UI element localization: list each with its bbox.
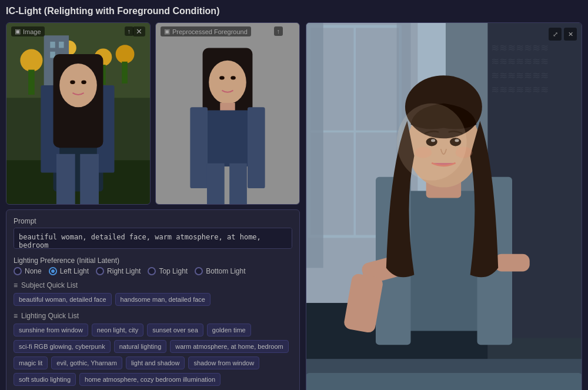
svg-point-2 [20, 49, 42, 72]
tag-golden-time[interactable]: golden time [207, 324, 251, 336]
tag-natural-lighting[interactable]: natural lighting [114, 340, 167, 353]
close-btn-1[interactable]: ✕ [133, 26, 145, 36]
prompt-input[interactable]: beautiful woman, detailed face, warm atm… [14, 228, 292, 249]
image-panel-2-label: ▣ Preprocessed Foreground [161, 26, 251, 36]
tag-sunset-over-sea[interactable]: sunset over sea [147, 324, 203, 336]
tag-home-atmosphere[interactable]: home atmosphere, cozy bedroom illuminati… [79, 373, 220, 386]
svg-point-67 [397, 104, 467, 181]
radio-circle-left [49, 267, 57, 275]
lighting-radio-group: None Left Light Right Light Top Lig [14, 267, 292, 275]
left-panel: ▣ Image ↑ ✕ [6, 22, 300, 390]
svg-rect-33 [248, 107, 265, 188]
tag-soft-studio[interactable]: soft studio lighting [14, 373, 76, 386]
lighting-tag-group: sunshine from window neon light, city su… [14, 324, 292, 386]
svg-rect-35 [229, 164, 247, 205]
radio-circle-none [14, 267, 22, 275]
svg-point-22 [59, 64, 97, 107]
radio-circle-top [148, 267, 156, 275]
lighting-preference-section: Lighting Preference (Initial Latent) Non… [14, 256, 292, 275]
subject-quick-list-header: ≡ Subject Quick List [14, 281, 292, 289]
svg-rect-18 [56, 154, 75, 205]
svg-point-29 [230, 76, 235, 79]
svg-rect-51 [306, 373, 582, 390]
svg-rect-42 [306, 23, 323, 268]
radio-right-light[interactable]: Right Light [96, 267, 141, 275]
lighting-quick-list-header: ≡ Lighting Quick List [14, 312, 292, 320]
upload-btn-1[interactable]: ↑ [125, 26, 134, 36]
svg-point-24 [81, 81, 86, 84]
radio-top-light[interactable]: Top Light [148, 267, 188, 275]
svg-rect-32 [190, 107, 208, 188]
list-icon-lighting: ≡ [14, 312, 18, 320]
expand-icon[interactable]: ⤢ [549, 28, 562, 41]
image-icon-2: ▣ [164, 28, 170, 35]
tag-warm-atmosphere[interactable]: warm atmosphere, at home, bedroom [170, 340, 288, 353]
radio-circle-right [96, 267, 104, 275]
svg-rect-34 [207, 164, 225, 205]
subject-quick-list-section: ≡ Subject Quick List beautiful woman, de… [14, 281, 292, 306]
svg-text:≋≋≋≋≋≋≋: ≋≋≋≋≋≋≋ [491, 42, 549, 54]
tag-beautiful-woman[interactable]: beautiful woman, detailed face [14, 293, 112, 306]
radio-bottom-light[interactable]: Bottom Light [195, 267, 245, 275]
tag-neon-light-city[interactable]: neon light, city [92, 324, 143, 336]
prompt-label: Prompt [14, 217, 292, 225]
svg-rect-57 [495, 254, 529, 272]
output-panel-icons: ⤢ ✕ [549, 28, 577, 41]
controls-panel: Prompt beautiful woman, detailed face, w… [6, 209, 300, 390]
tag-handsome-man[interactable]: handsome man, detailed face [115, 293, 211, 306]
radio-circle-bottom [195, 267, 203, 275]
main-layout: ▣ Image ↑ ✕ [6, 22, 582, 390]
image-panel-1: ▣ Image ↑ ✕ [6, 22, 151, 205]
prompt-section: Prompt beautiful woman, detailed face, w… [14, 217, 292, 251]
app-title: IC-Light (Relighting with Foreground Con… [6, 6, 582, 16]
svg-text:≋≋≋≋≋≋≋: ≋≋≋≋≋≋≋ [491, 70, 549, 81]
svg-rect-31 [206, 111, 249, 166]
lighting-quick-list-section: ≡ Lighting Quick List sunshine from wind… [14, 312, 292, 386]
close-icon-output[interactable]: ✕ [564, 28, 577, 41]
tag-shadow-window[interactable]: shadow from window [188, 356, 259, 369]
image-panel-2: ▣ Preprocessed Foreground ↑ [155, 22, 300, 205]
svg-rect-3 [28, 70, 35, 95]
svg-point-4 [116, 45, 135, 64]
svg-text:≋≋≋≋≋≋≋: ≋≋≋≋≋≋≋ [491, 56, 549, 67]
tag-evil-gothic[interactable]: evil, gothic, Yharnam [51, 356, 122, 369]
image-panel-1-label: ▣ Image [11, 26, 45, 36]
radio-left-light[interactable]: Left Light [49, 267, 89, 275]
output-image: ≋≋≋≋≋≋≋ ≋≋≋≋≋≋≋ ≋≋≋≋≋≋≋ ≋≋≋≋≋≋≋ [306, 23, 582, 390]
tag-scifi-rgb[interactable]: sci-fi RGB glowing, cyberpunk [14, 340, 111, 353]
svg-rect-11 [50, 42, 55, 48]
svg-point-28 [219, 76, 224, 79]
svg-point-23 [70, 81, 75, 84]
subject-tag-group: beautiful woman, detailed face handsome … [14, 293, 292, 306]
lighting-label: Lighting Preference (Initial Latent) [14, 256, 292, 265]
svg-text:≋≋≋≋≋≋≋: ≋≋≋≋≋≋≋ [491, 84, 549, 95]
svg-rect-19 [80, 154, 99, 205]
image-icon-1: ▣ [15, 28, 21, 35]
app-container: IC-Light (Relighting with Foreground Con… [0, 0, 588, 390]
tag-magic-lit[interactable]: magic lit [14, 356, 48, 369]
svg-rect-12 [59, 42, 64, 48]
image-row: ▣ Image ↑ ✕ [6, 22, 300, 205]
svg-rect-5 [122, 62, 128, 84]
right-panel: ⤢ ✕ [306, 22, 582, 390]
tag-light-shadow[interactable]: light and shadow [126, 356, 185, 369]
tag-sunshine-window[interactable]: sunshine from window [14, 324, 88, 336]
list-icon-subject: ≡ [14, 281, 18, 289]
upload-btn-2[interactable]: ↑ [274, 26, 283, 36]
radio-none[interactable]: None [14, 267, 42, 275]
svg-point-27 [209, 61, 246, 104]
